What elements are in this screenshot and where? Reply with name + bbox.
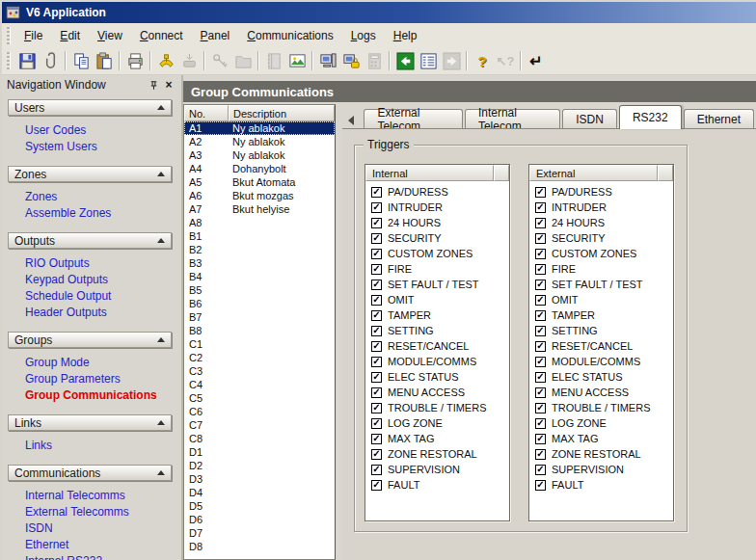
nav-item-zones[interactable]: Zones: [8, 188, 176, 204]
menu-file[interactable]: File: [15, 26, 51, 45]
table-row[interactable]: A6Bkut mozgas: [184, 189, 335, 202]
menu-logs[interactable]: Logs: [342, 26, 385, 45]
table-row[interactable]: B3: [184, 256, 335, 270]
table-row[interactable]: D2: [184, 459, 335, 472]
nav-item-user-codes[interactable]: User Codes: [8, 121, 176, 138]
enter-icon[interactable]: ↵: [525, 49, 548, 72]
column-header-no[interactable]: No.: [184, 105, 229, 121]
trigger-item-omit[interactable]: ✓OMIT: [529, 292, 673, 307]
table-row[interactable]: A4Dohanybolt: [184, 162, 335, 175]
menu-help[interactable]: Help: [385, 26, 426, 45]
checkbox-checked-icon[interactable]: ✓: [371, 465, 382, 475]
print-icon[interactable]: [123, 49, 147, 72]
table-row[interactable]: B8: [184, 324, 335, 337]
table-row[interactable]: D8: [184, 540, 335, 553]
help-icon[interactable]: ?: [471, 49, 494, 72]
nav-item-external-telecomms[interactable]: External Telecomms: [8, 503, 176, 520]
trigger-item-custom-zones[interactable]: ✓CUSTOM ZONES: [365, 246, 509, 261]
table-row[interactable]: A3Ny ablakok: [184, 148, 335, 162]
image-icon[interactable]: [285, 49, 309, 72]
back-arrow-icon[interactable]: [393, 49, 417, 72]
table-row[interactable]: B5: [184, 283, 335, 297]
nav-item-ethernet[interactable]: Ethernet: [8, 536, 176, 552]
nav-section-links[interactable]: Links: [8, 414, 172, 431]
nav-section-outputs[interactable]: Outputs: [8, 232, 172, 249]
menubar-grip-handle[interactable]: [7, 27, 11, 44]
list-view-icon[interactable]: [417, 49, 440, 72]
trigger-item-fault[interactable]: ✓FAULT: [529, 477, 673, 493]
checkbox-checked-icon[interactable]: ✓: [371, 310, 382, 321]
nav-item-header-outputs[interactable]: Header Outputs: [8, 304, 176, 320]
table-row[interactable]: D6: [184, 513, 335, 526]
close-icon[interactable]: ×: [161, 78, 176, 93]
checkbox-checked-icon[interactable]: ✓: [371, 372, 382, 383]
checkbox-checked-icon[interactable]: ✓: [371, 357, 382, 367]
checkbox-checked-icon[interactable]: ✓: [371, 218, 382, 228]
table-row[interactable]: B1: [184, 229, 335, 243]
trigger-item-log-zone[interactable]: ✓LOG ZONE: [529, 415, 673, 431]
table-row[interactable]: B6: [184, 297, 335, 310]
collapse-arrow-icon[interactable]: [157, 470, 165, 475]
trigger-item-log-zone[interactable]: ✓LOG ZONE: [365, 415, 509, 431]
nav-item-internal-rs232[interactable]: Internal RS232: [8, 552, 176, 560]
tab-external-telecom[interactable]: External Telecom: [364, 109, 463, 129]
column-header-description[interactable]: Description: [229, 105, 335, 121]
nav-item-isdn[interactable]: ISDN: [8, 520, 176, 536]
trigger-item-tamper[interactable]: ✓TAMPER: [529, 307, 673, 323]
table-row[interactable]: A7Bkut helyise: [184, 202, 335, 216]
checkbox-checked-icon[interactable]: ✓: [535, 434, 546, 444]
table-row[interactable]: D4: [184, 486, 335, 499]
menu-view[interactable]: View: [89, 26, 131, 45]
trigger-item-max-tag[interactable]: ✓MAX TAG: [529, 431, 673, 446]
table-row[interactable]: D5: [184, 499, 335, 513]
nav-item-internal-telecomms[interactable]: Internal Telecomms: [8, 487, 176, 503]
trigger-item-module-comms[interactable]: ✓MODULE/COMMS: [365, 354, 509, 369]
panel-computer-icon[interactable]: [316, 49, 339, 72]
checkbox-checked-icon[interactable]: ✓: [535, 310, 546, 321]
table-row[interactable]: C4: [184, 378, 335, 391]
trigger-item-zone-restoral[interactable]: ✓ZONE RESTORAL: [365, 446, 509, 462]
checkbox-checked-icon[interactable]: ✓: [371, 418, 382, 429]
trigger-item-elec-status[interactable]: ✓ELEC STATUS: [365, 369, 509, 385]
nav-item-rio-outputs[interactable]: RIO Outputs: [8, 254, 176, 271]
trigger-item-pa-duress[interactable]: ✓PA/DURESS: [365, 184, 509, 200]
nav-item-group-mode[interactable]: Group Mode: [8, 354, 176, 370]
table-row[interactable]: C2: [184, 351, 335, 364]
checkbox-checked-icon[interactable]: ✓: [535, 249, 546, 259]
checkbox-checked-icon[interactable]: ✓: [535, 187, 546, 198]
table-row[interactable]: C6: [184, 405, 335, 418]
trigger-item-menu-access[interactable]: ✓MENU ACCESS: [365, 385, 509, 400]
table-row[interactable]: B2: [184, 243, 335, 256]
table-row[interactable]: D1: [184, 445, 335, 459]
nav-section-communications[interactable]: Communications: [8, 465, 172, 481]
checkbox-checked-icon[interactable]: ✓: [535, 403, 546, 413]
checkbox-checked-icon[interactable]: ✓: [535, 449, 546, 460]
table-row[interactable]: B7: [184, 310, 335, 324]
trigger-item-zone-restoral[interactable]: ✓ZONE RESTORAL: [529, 446, 673, 462]
table-row[interactable]: C5: [184, 391, 335, 405]
checkbox-checked-icon[interactable]: ✓: [535, 233, 546, 244]
trigger-item-intruder[interactable]: ✓INTRUDER: [529, 200, 673, 215]
trigger-item-intruder[interactable]: ✓INTRUDER: [365, 200, 509, 215]
trigger-item-set-fault-test[interactable]: ✓SET FAULT / TEST: [365, 277, 509, 292]
paste-icon[interactable]: [93, 49, 116, 72]
checkbox-checked-icon[interactable]: ✓: [371, 233, 382, 244]
nav-section-users[interactable]: Users: [8, 99, 172, 116]
nav-section-zones[interactable]: Zones: [8, 166, 172, 182]
trigger-item-fire[interactable]: ✓FIRE: [529, 261, 673, 277]
trigger-item-max-tag[interactable]: ✓MAX TAG: [365, 431, 509, 446]
table-row[interactable]: B4: [184, 270, 335, 283]
trigger-item-24-hours[interactable]: ✓24 HOURS: [365, 215, 509, 230]
copy-icon[interactable]: [69, 49, 93, 72]
checkbox-checked-icon[interactable]: ✓: [371, 403, 382, 413]
nav-item-schedule-output[interactable]: Schedule Output: [8, 287, 176, 304]
table-row[interactable]: A8: [184, 216, 335, 229]
menu-panel[interactable]: Panel: [192, 26, 239, 45]
attach-icon[interactable]: [39, 49, 62, 72]
trigger-item-omit[interactable]: ✓OMIT: [365, 292, 509, 307]
checkbox-checked-icon[interactable]: ✓: [535, 326, 546, 336]
trigger-item-fault[interactable]: ✓FAULT: [365, 477, 509, 493]
trigger-item-elec-status[interactable]: ✓ELEC STATUS: [529, 369, 673, 385]
tab-rs232[interactable]: RS232: [619, 105, 682, 129]
trigger-item-setting[interactable]: ✓SETTING: [365, 323, 509, 338]
